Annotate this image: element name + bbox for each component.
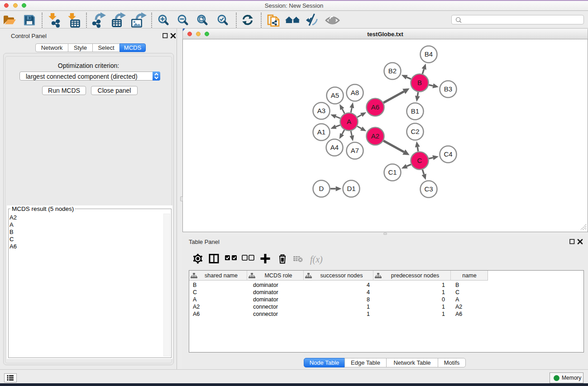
svg-text:A7: A7 <box>351 147 359 154</box>
svg-text:C4: C4 <box>444 150 452 158</box>
svg-text:D: D <box>319 185 324 192</box>
svg-text:B1: B1 <box>411 107 419 115</box>
svg-text:B: B <box>417 79 422 86</box>
svg-text:A2: A2 <box>371 132 379 140</box>
svg-text:C: C <box>417 157 422 164</box>
svg-text:A: A <box>347 118 351 125</box>
svg-text:C2: C2 <box>411 128 419 135</box>
svg-text:C3: C3 <box>424 185 433 193</box>
svg-text:A5: A5 <box>331 91 339 99</box>
svg-text:B4: B4 <box>425 50 433 58</box>
svg-text:B2: B2 <box>388 67 397 75</box>
svg-text:f(x): f(x) <box>310 254 323 265</box>
svg-text:A6: A6 <box>371 103 379 111</box>
svg-text:A4: A4 <box>330 143 339 151</box>
svg-text:A1: A1 <box>317 128 325 136</box>
svg-text:C1: C1 <box>388 168 397 176</box>
svg-text:A3: A3 <box>317 107 325 114</box>
svg-text:D1: D1 <box>347 185 355 192</box>
svg-text:B3: B3 <box>444 85 452 93</box>
svg-text:A8: A8 <box>351 89 359 96</box>
